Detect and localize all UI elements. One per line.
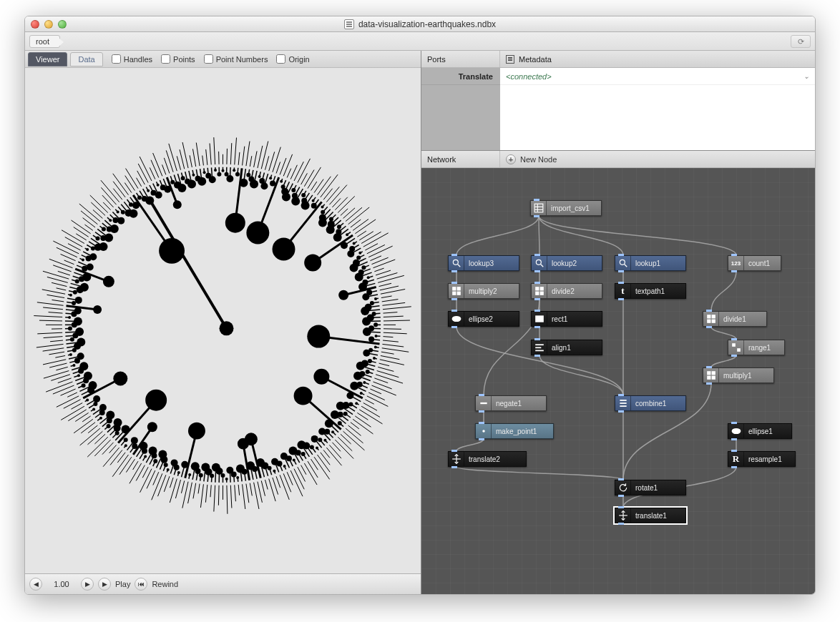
- node-lookup1[interactable]: lookup1: [615, 255, 686, 271]
- node-ellipse1[interactable]: ellipse1: [728, 423, 792, 439]
- play-button[interactable]: ▶: [98, 578, 111, 591]
- svg-point-607: [93, 395, 100, 403]
- svg-point-753: [170, 180, 175, 184]
- svg-point-786: [453, 260, 458, 265]
- node-align1[interactable]: align1: [531, 340, 602, 355]
- svg-line-47: [368, 246, 392, 257]
- new-node-button[interactable]: + New Node: [500, 154, 557, 164]
- svg-point-443: [343, 412, 348, 416]
- node-range1[interactable]: range1: [728, 340, 785, 355]
- app-window: data-visualization-earthquakes.ndbx root…: [24, 16, 816, 595]
- node-lookup2[interactable]: lookup2: [531, 255, 602, 271]
- step-forward-button[interactable]: ▶: [81, 578, 94, 591]
- svg-line-152: [130, 463, 142, 483]
- metadata-title[interactable]: Metadata: [519, 55, 552, 64]
- svg-line-35: [343, 208, 355, 219]
- node-negate1[interactable]: negate1: [475, 395, 547, 411]
- check-origin[interactable]: Origin: [276, 54, 309, 64]
- node-import_csv1[interactable]: import_csv1: [530, 200, 602, 216]
- tab-viewer[interactable]: Viewer: [28, 52, 67, 66]
- svg-line-222: [83, 218, 95, 227]
- svg-line-70: [382, 344, 404, 347]
- node-translate1[interactable]: translate1: [615, 508, 686, 523]
- svg-point-513: [236, 476, 239, 479]
- step-back-button[interactable]: ◀: [29, 578, 42, 591]
- svg-point-647: [75, 327, 84, 336]
- tab-data[interactable]: Data: [70, 52, 102, 66]
- svg-line-104: [318, 455, 331, 472]
- node-resample1[interactable]: Rresample1: [728, 451, 796, 467]
- svg-line-100: [329, 445, 341, 458]
- svg-line-13: [273, 147, 280, 172]
- node-label: divide2: [547, 287, 582, 295]
- svg-line-7: [250, 156, 252, 167]
- svg-line-225: [93, 210, 102, 219]
- svg-point-727: [129, 202, 133, 207]
- svg-line-80: [373, 382, 391, 389]
- svg-line-83: [368, 393, 385, 400]
- close-icon[interactable]: [31, 20, 39, 29]
- svg-line-189: [43, 348, 64, 351]
- node-ellipse2[interactable]: ellipse2: [448, 311, 519, 327]
- zoom-icon[interactable]: [58, 20, 67, 29]
- rewind-button[interactable]: ⏮: [135, 578, 147, 591]
- node-label: combine1: [631, 400, 673, 408]
- node-label: negate1: [492, 400, 529, 408]
- svg-line-181: [58, 378, 72, 383]
- svg-point-539: [188, 473, 191, 476]
- svg-line-199: [43, 307, 63, 310]
- node-divide1[interactable]: divide1: [703, 311, 767, 327]
- node-make_point1[interactable]: make_point1: [475, 423, 554, 439]
- viewer-canvas[interactable]: [25, 68, 421, 574]
- check-point-numbers[interactable]: Point Numbers: [204, 54, 268, 64]
- node-divide2[interactable]: divide2: [531, 283, 602, 299]
- move-icon: [615, 508, 631, 523]
- svg-point-317: [273, 238, 296, 261]
- svg-line-150: [142, 467, 148, 478]
- svg-point-399: [368, 336, 374, 342]
- node-multiply2[interactable]: multiply2: [448, 283, 519, 299]
- node-multiply1[interactable]: multiply1: [703, 367, 774, 383]
- check-points[interactable]: Points: [161, 54, 195, 64]
- node-combine1[interactable]: combine1: [615, 395, 686, 411]
- svg-line-52: [376, 270, 391, 275]
- svg-line-246: [164, 158, 170, 174]
- svg-point-261: [221, 169, 224, 172]
- svg-point-389: [362, 317, 371, 326]
- node-label: textpath1: [631, 287, 672, 295]
- svg-line-226: [91, 202, 105, 215]
- port-row-value[interactable]: <connected> ⌄: [500, 68, 815, 85]
- svg-line-39: [353, 219, 368, 230]
- check-handles[interactable]: Handles: [112, 54, 152, 64]
- svg-point-407: [363, 350, 370, 357]
- svg-point-449: [338, 421, 342, 425]
- svg-line-73: [381, 355, 399, 359]
- node-rotate1[interactable]: rotate1: [615, 480, 686, 495]
- svg-point-759: [181, 176, 185, 180]
- node-rect1[interactable]: rect1: [531, 311, 602, 327]
- node-textpath1[interactable]: ttextpath1: [615, 283, 686, 299]
- svg-point-649: [68, 327, 72, 331]
- minimize-icon[interactable]: [44, 20, 53, 29]
- svg-line-68: [383, 337, 393, 337]
- svg-line-66: [384, 329, 401, 330]
- reload-button[interactable]: ⟳: [791, 35, 811, 48]
- svg-line-213: [57, 247, 77, 257]
- svg-point-517: [226, 467, 233, 474]
- network-canvas[interactable]: import_csv1lookup3lookup2lookup1123count…: [421, 168, 815, 594]
- node-label: divide1: [719, 315, 753, 323]
- node-lookup3[interactable]: lookup3: [448, 255, 519, 271]
- svg-point-531: [201, 463, 210, 472]
- svg-point-293: [280, 180, 283, 183]
- svg-line-28: [323, 189, 333, 200]
- breadcrumb-root[interactable]: root: [29, 35, 60, 48]
- svg-point-629: [72, 364, 75, 367]
- node-translate2[interactable]: translate2: [448, 451, 527, 467]
- svg-point-341: [304, 255, 321, 272]
- svg-point-617: [82, 383, 86, 387]
- svg-point-475: [301, 452, 306, 456]
- svg-line-198: [49, 312, 63, 313]
- node-count1[interactable]: 123count1: [728, 255, 781, 271]
- svg-point-377: [374, 297, 377, 300]
- svg-line-252: [190, 155, 192, 167]
